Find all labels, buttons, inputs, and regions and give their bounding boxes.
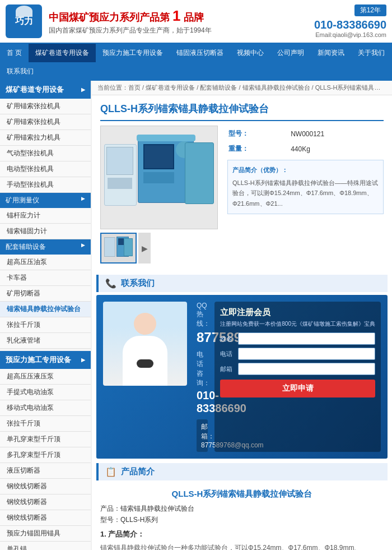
logo-area: 巧力 中国煤矿预应力系列产品第 1 品牌 国内首家煤矿预应力系列产品专业生产商，…: [6, 4, 212, 38]
logo-icon: 巧力: [6, 4, 42, 38]
sidebar-item-emulsion[interactable]: 乳化液管堵: [0, 333, 91, 349]
sidebar-item-anchor-tool[interactable]: 矿用锚索张拉机具: [0, 99, 91, 114]
sidebar-item-cable-force[interactable]: 锚索锚固力计: [0, 224, 91, 239]
nav-item-about[interactable]: 关于我们: [351, 44, 391, 62]
sidebar-item-mobile-pump[interactable]: 移动式电动油泵: [0, 400, 91, 416]
contact-section-header: 📞 联系我们: [96, 275, 388, 292]
product-intro-content: QLLS-H系列锚索锚具静载拉伸试验台 产品：锚索锚具静载拉伸试验台 型号：QL…: [92, 483, 392, 550]
sidebar-subcat-aux[interactable]: 配套辅助设备 ▶: [0, 239, 91, 255]
contact-banner: QQ热线： 877589768 电话咨询： 010-83386690 邮箱： 8…: [96, 295, 388, 459]
product-intro-h3: QLLS-H系列锚索锚具静载拉伸试验台: [100, 489, 384, 500]
contact-details: QQ热线： 877589768 电话咨询： 010-83386690 邮箱： 8…: [197, 302, 208, 452]
reg-title: 立即注册会员: [220, 307, 375, 318]
sidebar-item-cutter[interactable]: 矿用切断器: [0, 286, 91, 302]
sidebar-item-jack[interactable]: 张拉千斤顶: [0, 317, 91, 333]
reg-phone-input[interactable]: [238, 348, 375, 360]
sidebar-item-hand-pump[interactable]: 手提式电动油泵: [0, 385, 91, 400]
email-box: 邮箱： 877589768@qq.com: [197, 419, 208, 452]
sidebar-item-wire-cutter3[interactable]: 钢绞线切断器: [0, 510, 91, 526]
brand-sub: 国内首家煤矿预应力系列产品专业生产商，始于1994年: [49, 26, 212, 35]
nav-item-prestress[interactable]: 预应力施工专用设备: [96, 44, 170, 62]
product-name-label: 产品：锚索锚具静载拉伸试验台: [100, 504, 384, 514]
reg-email-field: 邮箱: [220, 363, 375, 375]
header: 巧力 中国煤矿预应力系列产品第 1 品牌 国内首家煤矿预应力系列产品专业生产商，…: [0, 0, 392, 44]
contact-section-title: 联系我们: [121, 278, 155, 289]
sidebar-item-jack2[interactable]: 张拉千斤顶: [0, 416, 91, 432]
model-label: 型号：QLLS-H系列: [100, 515, 384, 525]
sidebar: 煤矿巷道专用设备 ▶ 矿用锚索张拉机具 矿用锚索张拉机具 矿用锚索拉力机具 气动…: [0, 81, 91, 550]
brand-slogan-top: 中国煤矿预应力系列产品第 1 品牌: [49, 7, 212, 25]
header-right: 第12年 010-83386690 Email:qiaoli@vip.163.c…: [314, 4, 386, 38]
intro-s1-text: 锚索锚具静载拉伸试验台一种多功能试验台，可以Φ15.24mm、Φ17.6mm、Φ…: [100, 542, 384, 550]
sidebar-item-wire-cutter[interactable]: 钢绞线切断器: [0, 479, 91, 494]
intro-icon: 📋: [105, 466, 116, 477]
main-content: 当前位置：首页 / 煤矿巷道专用设备 / 配套辅助设备 / 锚索锚具静载拉伸试验…: [92, 81, 392, 550]
product-top: ▶ 型号： NW000121 重量： 440Kg 产品简介（优势）：: [92, 126, 392, 272]
nav-item-video[interactable]: 视频中心: [230, 44, 270, 62]
sidebar-item-test-bench[interactable]: 锚索锚具静载拉伸试验台: [0, 302, 91, 317]
sidebar-item-pneumatic[interactable]: 气动型张拉机具: [0, 146, 91, 161]
phone-display: 010-83386690: [314, 19, 386, 31]
sidebar-item-manual[interactable]: 手动型张拉机具: [0, 177, 91, 193]
sidebar-subcat-measure[interactable]: 矿用测量仪 ▶: [0, 193, 91, 208]
sidebar-item-chuck[interactable]: 卡车器: [0, 270, 91, 286]
brand-info: 中国煤矿预应力系列产品第 1 品牌 国内首家煤矿预应力系列产品专业生产商，始于1…: [49, 7, 212, 35]
reg-name-input[interactable]: [238, 332, 375, 345]
sidebar-item-tension[interactable]: 矿用锚索拉力机具: [0, 130, 91, 146]
product-title-area: QLLS-H系列锚索锚具静载拉伸试验台: [92, 95, 392, 126]
nav-item-home[interactable]: 首 页: [0, 44, 29, 62]
nav-item-news[interactable]: 新闻资讯: [311, 44, 351, 62]
sidebar-item-hydraulic-cutter[interactable]: 液压切断器: [0, 463, 91, 479]
sidebar-section-prestress: 预应力施工专用设备 ▶ 超高压压液压泵 手提式电动油泵 移动式电动油泵 张拉千斤…: [0, 351, 91, 550]
intro-s1-title: 1. 产品简介：: [100, 529, 384, 539]
contact-phone: 010-83386690: [197, 389, 208, 415]
sidebar-item-single-anchor[interactable]: 单孔锚: [0, 542, 91, 550]
product-image-area: ▶: [100, 126, 221, 264]
sidebar-item-wire-cutter2[interactable]: 钢绞线切断器: [0, 494, 91, 510]
reg-submit-button[interactable]: 立即申请: [220, 380, 375, 398]
thumb-next-arrow[interactable]: ▶: [138, 233, 151, 264]
year-badge: 第12年: [354, 4, 386, 16]
main-container: 煤矿巷道专用设备 ▶ 矿用锚索张拉机具 矿用锚索张拉机具 矿用锚索拉力机具 气动…: [0, 81, 392, 550]
product-info-table: 型号： NW000121 重量： 440Kg: [227, 126, 384, 157]
sidebar-item-anchor-fix[interactable]: 预应力锚固用锚具: [0, 526, 91, 542]
product-desc-box: 产品简介（优势）： QLLS-H系列锚索锚具静载拉伸试验台——特殊用途试验台，可…: [227, 160, 384, 214]
sidebar-item-electric[interactable]: 电动型张拉机具: [0, 161, 91, 177]
sidebar-item-single-jack[interactable]: 单孔穿束型千斤顶: [0, 432, 91, 447]
reg-name-field: 姓名: [220, 332, 375, 345]
product-thumbs-row: ▶: [100, 233, 221, 264]
product-intro-title: 产品简介: [121, 466, 155, 477]
sidebar-title-prestress[interactable]: 预应力施工专用设备 ▶: [0, 351, 91, 369]
reg-form-box: 立即注册会员 注册网站免费获一本价值800元《煤矿锚墩施工索伤集解》宝典 姓名 …: [214, 302, 381, 452]
contact-icon: 📞: [105, 278, 116, 289]
sidebar-item-bolt-stress[interactable]: 锚杆应力计: [0, 208, 91, 224]
sidebar-item-pump[interactable]: 超高压压油泵: [0, 255, 91, 270]
email-display: Email:qiaoli@vip.163.com: [314, 31, 386, 38]
nav-item-coal[interactable]: 煤矿巷道专用设备: [29, 44, 96, 62]
reg-phone-field: 电话: [220, 348, 375, 360]
reg-subtitle: 注册网站免费获一本价值800元《煤矿锚墩施工索伤集解》宝典: [220, 320, 375, 328]
product-title: QLLS-H系列锚索锚具静载拉伸试验台: [100, 102, 384, 121]
product-intro-section-header: 📋 产品简介: [96, 463, 388, 480]
sidebar-section-coal: 煤矿巷道专用设备 ▶ 矿用锚索张拉机具 矿用锚索张拉机具 矿用锚索拉力机具 气动…: [0, 81, 91, 349]
nav-item-anchor[interactable]: 锚固液压切断器: [170, 44, 230, 62]
contact-person-area: [103, 302, 190, 452]
main-nav: 首 页 煤矿巷道专用设备 预应力施工专用设备 锚固液压切断器 视频中心 公司声明…: [0, 44, 392, 81]
product-info: 型号： NW000121 重量： 440Kg 产品简介（优势）： QLLS-H系…: [227, 126, 384, 264]
reg-email-input[interactable]: [238, 363, 375, 375]
sidebar-title-coal[interactable]: 煤矿巷道专用设备 ▶: [0, 81, 91, 99]
phone-label: 电话咨询：: [197, 350, 208, 388]
thumb-1[interactable]: [100, 233, 137, 264]
breadcrumb: 当前位置：首页 / 煤矿巷道专用设备 / 配套辅助设备 / 锚索锚具静载拉伸试验…: [92, 81, 392, 95]
product-main-image: [100, 126, 218, 229]
sidebar-item-hp-pump[interactable]: 超高压压液压泵: [0, 369, 91, 385]
intro-section-1: 1. 产品简介： 锚索锚具静载拉伸试验台一种多功能试验台，可以Φ15.24mm、…: [100, 529, 384, 550]
qq-number: 877589768: [197, 330, 208, 345]
qq-label: QQ热线：: [197, 302, 208, 329]
nav-item-contact[interactable]: 联系我们: [0, 62, 40, 81]
nav-item-company[interactable]: 公司声明: [270, 44, 311, 62]
sidebar-item-anchor-tool2[interactable]: 矿用锚索张拉机具: [0, 114, 91, 130]
sidebar-item-multi-jack[interactable]: 多孔穿束型千斤顶: [0, 447, 91, 463]
person-image: [103, 302, 187, 386]
